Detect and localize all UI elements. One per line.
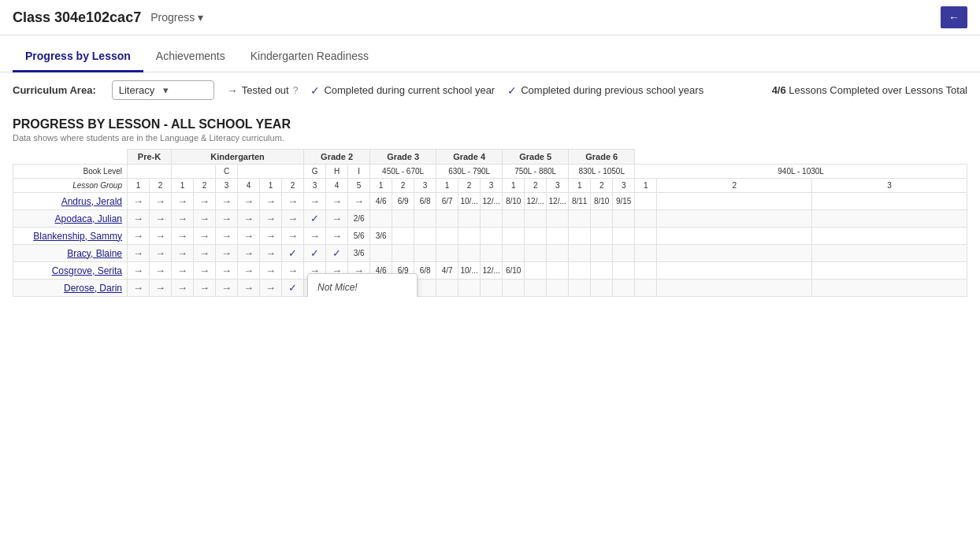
- cell: →: [128, 245, 150, 262]
- cell: [591, 210, 613, 228]
- cell: [525, 262, 547, 280]
- cell: →: [304, 228, 326, 245]
- lesson-group-row: Lesson Group 1 2 1 2 3 4 1 2 3 4 5 1 2 3…: [13, 179, 967, 193]
- cell: 9/15: [613, 193, 635, 210]
- cell: →: [260, 228, 282, 245]
- curriculum-dropdown[interactable]: Literacy ▾: [112, 80, 214, 100]
- cell: [613, 262, 635, 280]
- tooltip-item-1: Not Mice!: [317, 280, 407, 294]
- tested-out-label: Tested out: [242, 84, 289, 96]
- cell: 12/...: [547, 193, 569, 210]
- curriculum-selected-value: Literacy: [119, 84, 163, 96]
- cell: →: [238, 228, 260, 245]
- cell: [635, 228, 657, 245]
- cell: [812, 280, 967, 297]
- cell: →: [194, 280, 216, 297]
- section-title: PROGRESS BY LESSON - ALL SCHOOL YEAR: [13, 108, 967, 133]
- back-button[interactable]: ←: [941, 6, 967, 28]
- cell: [812, 193, 967, 210]
- cell: [657, 262, 812, 280]
- cell: →: [128, 228, 150, 245]
- tabs-bar: Progress by Lesson Achievements Kinderga…: [0, 42, 980, 72]
- cell: [547, 210, 569, 228]
- progress-table: Pre-K Kindergarten Grade 2 Grade 3 Grade…: [13, 149, 967, 297]
- cell: 6/8: [414, 193, 436, 210]
- g6-lg-1: 1: [635, 179, 657, 193]
- cell: →: [238, 210, 260, 228]
- table-row: Bracy, Blaine → → → → → → → ✓ ✓ ✓ 3/6: [13, 245, 967, 262]
- cell: [635, 280, 657, 297]
- cell: →: [150, 210, 172, 228]
- curriculum-arrow-icon: ▾: [163, 84, 207, 96]
- cell: 4/6: [370, 193, 392, 210]
- empty-header: [13, 150, 128, 165]
- g4-lg-3: 3: [547, 179, 569, 193]
- cell: ✓: [326, 245, 348, 262]
- student-name[interactable]: Apodaca, Julian: [13, 210, 128, 228]
- top-right-nav: ←: [941, 6, 967, 28]
- cell: →: [216, 245, 238, 262]
- k-lg-3b: 3: [304, 179, 326, 193]
- cell: [657, 228, 812, 245]
- student-name[interactable]: Blankenship, Sammy: [13, 228, 128, 245]
- cell: →: [194, 245, 216, 262]
- student-name[interactable]: Andrus, Jerald: [13, 193, 128, 210]
- cell: [591, 228, 613, 245]
- grade3-lexile: 630L - 790L: [436, 165, 503, 179]
- cell: →: [150, 262, 172, 280]
- grade5-header: Grade 5: [503, 150, 569, 165]
- completed-current-check-icon: ✓: [310, 84, 320, 97]
- lessons-fraction: 4/6: [772, 84, 786, 96]
- cell: →: [216, 228, 238, 245]
- tab-progress-by-lesson[interactable]: Progress by Lesson: [13, 42, 143, 72]
- progress-dropdown[interactable]: Progress ▾: [150, 11, 206, 24]
- grade2-header: Grade 2: [304, 150, 370, 165]
- dropdown-chevron-icon: ▾: [198, 11, 203, 24]
- cell: [657, 245, 812, 262]
- student-name[interactable]: Cosgrove, Serita: [13, 262, 128, 280]
- cell: →: [194, 262, 216, 280]
- i-header: I: [348, 165, 370, 179]
- tested-out-legend: → Tested out ?: [227, 84, 299, 97]
- cell: →: [128, 280, 150, 297]
- k-lg-5: 5: [348, 179, 370, 193]
- cell: [547, 228, 569, 245]
- cell: ✓: [282, 245, 304, 262]
- h-header: H: [326, 165, 348, 179]
- cell: 8/11: [569, 193, 591, 210]
- cell: [635, 245, 657, 262]
- cell: →: [260, 262, 282, 280]
- cell: →: [260, 280, 282, 297]
- main-content: Not Mice! The Plane Race Oh, the Pain! G…: [0, 108, 980, 297]
- table-row: Derose, Darin → → → → → → → ✓ ✓ ✓ 5/6: [13, 280, 967, 297]
- tested-out-arrow-icon: →: [227, 84, 238, 97]
- cell: 4/7: [436, 262, 458, 280]
- cell: 12/...: [525, 193, 547, 210]
- legend-bar: Curriculum Area: Literacy ▾ → Tested out…: [0, 72, 980, 108]
- cell: →: [128, 210, 150, 228]
- cell: [635, 262, 657, 280]
- cell: →: [216, 193, 238, 210]
- table-row: Apodaca, Julian → → → → → → → → ✓ → 2/6: [13, 210, 967, 228]
- student-name[interactable]: Bracy, Blaine: [13, 245, 128, 262]
- help-icon[interactable]: ?: [293, 85, 299, 96]
- tab-kindergarten-readiness[interactable]: Kindergarten Readiness: [238, 42, 381, 72]
- cell: [569, 228, 591, 245]
- student-name[interactable]: Derose, Darin: [13, 280, 128, 297]
- prek-lg-2: 2: [150, 179, 172, 193]
- cell: [370, 245, 392, 262]
- cell: →: [150, 245, 172, 262]
- class-title: Class 304e102cac7: [13, 9, 141, 26]
- cell: [613, 228, 635, 245]
- tab-achievements[interactable]: Achievements: [143, 42, 238, 72]
- lesson-group-label: Lesson Group: [13, 179, 128, 193]
- g5-lg-1: 1: [569, 179, 591, 193]
- completed-previous-label: Completed during previous school years: [521, 84, 703, 96]
- cell: [613, 245, 635, 262]
- cell: [657, 193, 812, 210]
- cell: [392, 245, 414, 262]
- cell: [613, 280, 635, 297]
- cell: →: [172, 245, 194, 262]
- k-lg-4: 4: [238, 179, 260, 193]
- cell: [657, 280, 812, 297]
